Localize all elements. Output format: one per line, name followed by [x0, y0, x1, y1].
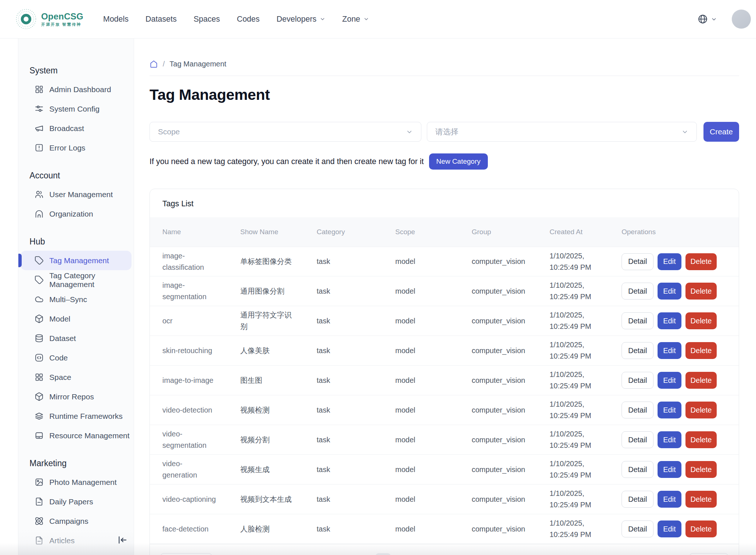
- delete-button[interactable]: Delete: [685, 491, 717, 508]
- page-number-5[interactable]: 5: [452, 553, 467, 555]
- edit-button[interactable]: Edit: [658, 402, 681, 418]
- edit-button[interactable]: Edit: [658, 431, 681, 448]
- sidebar-item-broadcast[interactable]: Broadcast: [21, 119, 132, 138]
- language-switcher[interactable]: [698, 14, 717, 24]
- detail-button[interactable]: Detail: [622, 342, 654, 359]
- breadcrumb-home-link[interactable]: [150, 60, 158, 68]
- sidebar-item-code[interactable]: Code: [21, 348, 132, 367]
- delete-button[interactable]: Delete: [685, 520, 717, 537]
- delete-button[interactable]: Delete: [685, 402, 717, 418]
- detail-button[interactable]: Detail: [622, 372, 654, 389]
- tag-show-name: 人像美肤: [240, 345, 309, 356]
- table-row: video-generation 视频生成 task model compute…: [150, 455, 739, 485]
- row-operations: Detail Edit Delete: [622, 520, 739, 537]
- detail-button[interactable]: Detail: [622, 431, 654, 448]
- column-header-created-at: Created At: [550, 228, 622, 236]
- next-page-button[interactable]: Next →: [689, 553, 728, 555]
- avatar[interactable]: [732, 10, 751, 29]
- nav-link-models[interactable]: Models: [103, 15, 129, 24]
- nav-link-datasets[interactable]: Datasets: [145, 15, 177, 24]
- sidebar-item-label: Campaigns: [49, 517, 88, 526]
- sidebar-item-space[interactable]: Space: [21, 367, 132, 387]
- sidebar-item-articles[interactable]: Articles: [21, 531, 132, 550]
- delete-button[interactable]: Delete: [685, 461, 717, 478]
- sidebar-item-campaigns[interactable]: Campaigns: [21, 511, 132, 531]
- tag-name: image-to-image: [150, 375, 223, 386]
- delete-button[interactable]: Delete: [685, 253, 717, 270]
- edit-button[interactable]: Edit: [658, 372, 681, 389]
- table-row: image-to-image 图生图 task model computer_v…: [150, 366, 739, 395]
- page-number-3[interactable]: 3: [414, 553, 429, 555]
- detail-button[interactable]: Detail: [622, 312, 654, 329]
- sidebar-item-tag-category-management[interactable]: Tag Category Management: [21, 270, 132, 290]
- tag-category: task: [317, 286, 395, 297]
- main-content: / Tag Management Tag Management Scope 请选…: [134, 39, 756, 555]
- column-header-name: Name: [150, 228, 240, 236]
- detail-button[interactable]: Detail: [622, 283, 654, 300]
- tag-scope: model: [395, 256, 472, 267]
- detail-button[interactable]: Detail: [622, 491, 654, 508]
- database-icon: [35, 334, 44, 343]
- sidebar-item-model[interactable]: Model: [21, 309, 132, 329]
- sidebar-item-multi-sync[interactable]: Multi–Sync: [21, 290, 132, 309]
- sidebar-item-resource-management[interactable]: Resource Management: [21, 426, 132, 445]
- nav-link-spaces[interactable]: Spaces: [194, 15, 220, 24]
- tag-category: task: [317, 464, 395, 475]
- tag-scope: model: [395, 405, 472, 416]
- delete-button[interactable]: Delete: [685, 342, 717, 359]
- sidebar-item-tag-management[interactable]: Tag Management: [21, 251, 132, 270]
- delete-button[interactable]: Delete: [685, 431, 717, 448]
- tag-category: task: [317, 405, 395, 416]
- row-operations: Detail Edit Delete: [622, 402, 739, 418]
- brand-name: OpenCSG: [41, 12, 83, 21]
- tag-created-at: 1/10/2025, 10:25:49 PM: [550, 458, 622, 481]
- page-number-215[interactable]: 215: [509, 553, 526, 555]
- previous-page-button[interactable]: ← Previous: [160, 553, 212, 555]
- nav-link-zone[interactable]: Zone: [342, 15, 369, 24]
- sidebar-item-runtime-frameworks[interactable]: Runtime Frameworks: [21, 406, 132, 426]
- edit-button[interactable]: Edit: [658, 520, 681, 537]
- brand-logo[interactable]: OpenCSG 开源开放 智慧传神: [15, 8, 83, 30]
- delete-button[interactable]: Delete: [685, 312, 717, 329]
- edit-button[interactable]: Edit: [658, 491, 681, 508]
- edit-button[interactable]: Edit: [658, 342, 681, 359]
- edit-button[interactable]: Edit: [658, 283, 681, 300]
- sidebar-item-user-management[interactable]: User Management: [21, 185, 132, 204]
- edit-button[interactable]: Edit: [658, 461, 681, 478]
- detail-button[interactable]: Detail: [622, 461, 654, 478]
- delete-button[interactable]: Delete: [685, 372, 717, 389]
- create-button[interactable]: Create: [703, 122, 739, 142]
- page-number-1[interactable]: 1: [375, 553, 391, 555]
- page-number-6[interactable]: 6: [471, 553, 486, 555]
- nav-link-developers[interactable]: Developers: [277, 15, 325, 24]
- detail-button[interactable]: Detail: [622, 402, 654, 418]
- delete-button[interactable]: Delete: [685, 283, 717, 300]
- edit-button[interactable]: Edit: [658, 312, 681, 329]
- nav-link-codes[interactable]: Codes: [237, 15, 260, 24]
- sidebar-item-dataset[interactable]: Dataset: [21, 329, 132, 348]
- new-category-button[interactable]: New Category: [429, 153, 488, 170]
- page-number-4[interactable]: 4: [433, 553, 448, 555]
- detail-button[interactable]: Detail: [622, 520, 654, 537]
- sidebar-item-mirror-repos[interactable]: Mirror Repos: [21, 387, 132, 406]
- page-number-2[interactable]: 2: [395, 553, 410, 555]
- scope-select[interactable]: Scope: [150, 122, 421, 142]
- edit-button[interactable]: Edit: [658, 253, 681, 270]
- photo-icon: [35, 478, 44, 487]
- sidebar-item-admin-dashboard[interactable]: Admin Dashboard: [21, 80, 132, 99]
- detail-button[interactable]: Detail: [622, 253, 654, 270]
- pagination: ← Previous 123456•••215 Next →: [150, 544, 739, 555]
- tag-created-at: 1/10/2025, 10:25:49 PM: [550, 250, 622, 273]
- table-row: video-captioning 视频到文本生成 task model comp…: [150, 485, 739, 514]
- sidebar-item-organization[interactable]: Organization: [21, 204, 132, 224]
- row-operations: Detail Edit Delete: [622, 431, 739, 448]
- sidebar-item-system-config[interactable]: System Config: [21, 99, 132, 119]
- sidebar-item-daily-papers[interactable]: Daily Papers: [21, 492, 132, 511]
- sidebar-item-error-logs[interactable]: Error Logs: [21, 138, 132, 157]
- tag-group: computer_vision: [472, 256, 550, 267]
- sliders-icon: [35, 104, 44, 113]
- sidebar-item-photo-management[interactable]: Photo Management: [21, 472, 132, 492]
- tag-show-name: 视频检测: [240, 405, 309, 416]
- sidebar-collapse-button[interactable]: [117, 534, 128, 545]
- category-select[interactable]: 请选择: [427, 122, 697, 142]
